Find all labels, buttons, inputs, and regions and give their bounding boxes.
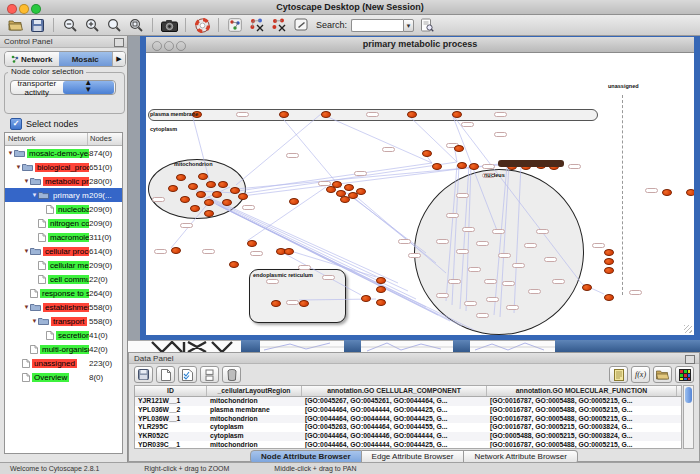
network-canvas[interactable]: plasma membrane cytoplasm mitochondrion … bbox=[146, 53, 694, 335]
network-window-titlebar[interactable]: primary metabolic process bbox=[146, 37, 694, 53]
network-node[interactable] bbox=[180, 196, 190, 203]
scrollbar-thumb[interactable] bbox=[685, 387, 692, 403]
tree-row[interactable]: unassigned223(0) bbox=[5, 356, 122, 370]
network-node[interactable] bbox=[340, 196, 350, 203]
network-node[interactable] bbox=[376, 286, 386, 293]
network-node[interactable] bbox=[604, 294, 614, 301]
table-column-header[interactable]: annotation.GO MOLECULAR_FUNCTION bbox=[487, 386, 677, 396]
network-edge[interactable] bbox=[321, 114, 432, 163]
network-node[interactable] bbox=[204, 199, 214, 206]
advanced-search-icon[interactable] bbox=[418, 17, 436, 33]
background-window[interactable] bbox=[260, 340, 344, 352]
network-node[interactable] bbox=[176, 174, 186, 181]
network-node[interactable] bbox=[469, 163, 479, 170]
tree-row[interactable]: ▼biological_process651(0) bbox=[5, 160, 122, 174]
table-row[interactable]: YDR039C__1mitochondrion[GO:0044464, GO:0… bbox=[135, 441, 681, 449]
network-node[interactable] bbox=[321, 111, 331, 118]
expand-arrow-icon[interactable]: ▼ bbox=[15, 164, 22, 170]
network-node[interactable] bbox=[230, 187, 240, 194]
network-node[interactable] bbox=[222, 199, 232, 206]
zoom-window-icon[interactable] bbox=[31, 4, 41, 14]
tree-row[interactable]: ▼mosaic-demo-yeast874(0) bbox=[5, 146, 122, 160]
network-node[interactable] bbox=[188, 183, 198, 190]
network-node[interactable] bbox=[604, 249, 614, 256]
network-edge[interactable] bbox=[279, 114, 341, 188]
network-node[interactable] bbox=[356, 188, 366, 195]
network-edge[interactable] bbox=[407, 114, 457, 162]
network-node[interactable] bbox=[204, 210, 214, 217]
background-window[interactable] bbox=[361, 340, 453, 352]
network-node[interactable] bbox=[212, 191, 222, 198]
network-node[interactable] bbox=[361, 295, 371, 302]
network-node[interactable] bbox=[196, 191, 206, 198]
attribute-save-icon[interactable] bbox=[134, 366, 153, 383]
network-node[interactable] bbox=[299, 300, 309, 307]
float-data-panel-icon[interactable] bbox=[685, 355, 695, 364]
open-icon[interactable] bbox=[6, 17, 24, 33]
attribute-matrix-icon[interactable] bbox=[675, 366, 694, 383]
tree-row[interactable]: nitrogen compo209(0) bbox=[5, 216, 122, 230]
network-node[interactable] bbox=[452, 111, 462, 118]
node-chain-cluster[interactable] bbox=[498, 160, 564, 167]
network-node[interactable] bbox=[171, 247, 181, 254]
minimize-network-icon[interactable] bbox=[164, 41, 174, 51]
tree-row[interactable]: nucleobase-209(0) bbox=[5, 202, 122, 216]
network-node[interactable] bbox=[190, 205, 200, 212]
network-edge[interactable] bbox=[466, 165, 471, 311]
tree-row[interactable]: secretion41(0) bbox=[5, 328, 122, 342]
background-window[interactable] bbox=[128, 340, 241, 352]
network-node[interactable] bbox=[344, 184, 354, 191]
tree-row[interactable]: ▼metabolic process280(0) bbox=[5, 174, 122, 188]
expand-arrow-icon[interactable]: ▼ bbox=[23, 304, 30, 310]
edge-appearance-icon[interactable] bbox=[270, 17, 288, 33]
expand-arrow-icon[interactable]: ▼ bbox=[7, 150, 14, 156]
unselect-attributes-icon[interactable] bbox=[200, 366, 219, 383]
tab-mosaic[interactable]: Mosaic bbox=[59, 52, 113, 66]
tree-row[interactable]: response to stimulu264(0) bbox=[5, 286, 122, 300]
tree-row[interactable]: ▼establishment of lo558(0) bbox=[5, 300, 122, 314]
tree-row[interactable]: ▼transport558(0) bbox=[5, 314, 122, 328]
network-node[interactable] bbox=[218, 181, 228, 188]
table-row[interactable]: YKR052Ccytoplasm[GO:0044464, GO:0044446,… bbox=[135, 432, 681, 441]
network-node[interactable] bbox=[407, 111, 417, 118]
table-row[interactable]: YLR295Ccytoplasm[GO:0045263, GO:0044464,… bbox=[135, 423, 681, 432]
save-icon[interactable] bbox=[28, 17, 46, 33]
network-node[interactable] bbox=[432, 163, 442, 170]
minimize-window-icon[interactable] bbox=[19, 4, 29, 14]
network-node[interactable] bbox=[206, 181, 216, 188]
table-column-header[interactable]: annotation.GO CELLULAR_COMPONENT bbox=[302, 386, 487, 396]
zoom-fit-icon[interactable] bbox=[127, 17, 145, 33]
network-node[interactable] bbox=[168, 185, 178, 192]
table-scrollbar[interactable] bbox=[683, 385, 694, 449]
table-row[interactable]: YJR121W__1mitochondrion[GO:0045267, GO:0… bbox=[135, 397, 681, 406]
close-window-icon[interactable] bbox=[7, 4, 17, 14]
network-node[interactable] bbox=[229, 261, 239, 268]
import-attributes-icon[interactable] bbox=[653, 366, 672, 383]
expand-arrow-icon[interactable]: ▼ bbox=[23, 178, 30, 184]
table-row[interactable]: YPL036W__1mitochondrion[GO:0044464, GO:0… bbox=[135, 415, 681, 424]
formula-icon[interactable]: f(x) bbox=[631, 366, 650, 383]
network-edge[interactable] bbox=[212, 201, 416, 299]
expand-arrow-icon[interactable]: ▼ bbox=[23, 248, 30, 254]
network-node[interactable] bbox=[376, 277, 386, 284]
network-edge[interactable] bbox=[452, 114, 582, 284]
annotation-icon[interactable] bbox=[292, 17, 310, 33]
network-node[interactable] bbox=[582, 284, 592, 291]
network-node[interactable] bbox=[332, 181, 342, 188]
table-column-header[interactable]: _cellularLayoutRegion bbox=[207, 386, 302, 396]
zoom-in-icon[interactable] bbox=[83, 17, 101, 33]
network-edge[interactable] bbox=[494, 165, 507, 315]
network-edge[interactable] bbox=[352, 193, 446, 273]
background-window[interactable] bbox=[470, 340, 555, 352]
background-window-titlebar[interactable] bbox=[344, 340, 361, 352]
network-node[interactable] bbox=[457, 162, 467, 169]
network-edge[interactable] bbox=[348, 193, 436, 263]
network-edge[interactable] bbox=[514, 165, 521, 313]
network-node[interactable] bbox=[662, 189, 672, 196]
network-node[interactable] bbox=[271, 300, 281, 307]
tree-row[interactable]: cellular metabol209(0) bbox=[5, 258, 122, 272]
network-node[interactable] bbox=[604, 258, 614, 265]
select-attributes-icon[interactable] bbox=[178, 366, 197, 383]
tree-row[interactable]: cell communicat22(0) bbox=[5, 272, 122, 286]
zoom-network-icon[interactable] bbox=[176, 41, 186, 51]
